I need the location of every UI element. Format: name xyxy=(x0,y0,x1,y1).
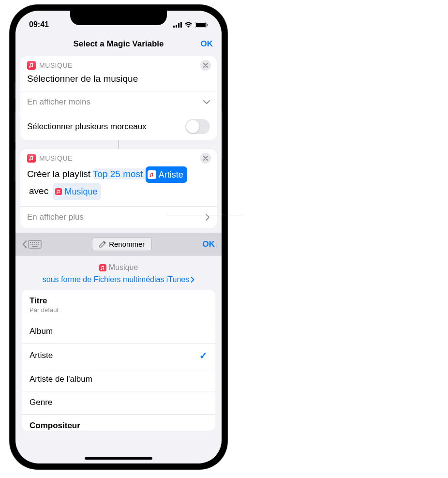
cellular-icon xyxy=(173,22,182,28)
action-prefix: Créer la playlist xyxy=(27,169,90,179)
keyboard-icon xyxy=(28,240,42,249)
nav-title: Select a Magic Variable xyxy=(73,39,164,49)
keyboard-back-button[interactable] xyxy=(22,240,42,249)
option-label: Compositeur xyxy=(30,421,80,431)
nav-ok-button[interactable]: OK xyxy=(201,39,213,49)
close-icon xyxy=(203,63,208,68)
chip-label: Artiste xyxy=(159,167,183,182)
show-less-label: En afficher moins xyxy=(27,97,203,107)
music-icon xyxy=(99,264,106,271)
variable-type-label: sous forme de Fichiers multimédias iTune… xyxy=(43,275,190,284)
svg-rect-18 xyxy=(34,244,35,245)
multi-select-toggle[interactable] xyxy=(185,119,210,134)
home-indicator[interactable] xyxy=(85,457,152,460)
svg-rect-20 xyxy=(38,244,39,245)
svg-rect-14 xyxy=(36,242,37,243)
variable-info: Musique sous forme de Fichiers multimédi… xyxy=(20,255,217,290)
svg-rect-6 xyxy=(207,24,208,26)
phone-frame: 09:41 Select a Magic Variable OK MUSIQUE xyxy=(10,5,227,469)
svg-rect-22 xyxy=(99,264,106,271)
music-icon xyxy=(148,170,156,179)
svg-rect-5 xyxy=(196,23,206,27)
property-options-list: Titre Par défaut Album Artiste ✓ Artiste… xyxy=(22,290,215,431)
check-icon: ✓ xyxy=(199,350,208,361)
svg-rect-13 xyxy=(34,242,35,243)
multi-select-label: Sélectionner plusieurs morceaux xyxy=(27,122,185,132)
multi-select-row: Sélectionner plusieurs morceaux xyxy=(20,113,217,140)
variable-name: Musique xyxy=(109,263,138,272)
var-label: Musique xyxy=(64,184,97,199)
svg-rect-2 xyxy=(178,23,179,28)
svg-rect-19 xyxy=(36,244,37,245)
music-icon xyxy=(55,188,62,195)
card-app-label: MUSIQUE xyxy=(39,154,73,162)
option-label: Artiste de l'album xyxy=(30,374,92,384)
close-icon xyxy=(203,156,208,161)
svg-rect-7 xyxy=(27,61,36,70)
option-artiste-album[interactable]: Artiste de l'album xyxy=(22,368,215,391)
svg-rect-12 xyxy=(32,242,33,243)
svg-rect-11 xyxy=(30,242,31,243)
action-title: Sélectionner de la musique xyxy=(20,72,217,91)
pencil-icon xyxy=(99,241,106,248)
option-artiste[interactable]: Artiste ✓ xyxy=(22,344,215,368)
close-button[interactable] xyxy=(200,60,211,71)
close-button[interactable] xyxy=(200,153,211,164)
chevron-left-icon xyxy=(22,240,27,249)
music-icon xyxy=(27,61,36,70)
svg-rect-8 xyxy=(27,154,36,163)
variable-toolbar: Renommer OK xyxy=(15,233,222,255)
svg-rect-17 xyxy=(32,244,33,245)
action-card-select-music: MUSIQUE Sélectionner de la musique En af… xyxy=(20,56,217,140)
svg-rect-15 xyxy=(38,242,39,243)
toolbar-ok-button[interactable]: OK xyxy=(203,239,215,249)
show-less-row[interactable]: En afficher moins xyxy=(20,91,217,113)
connector-line xyxy=(118,140,119,149)
status-time: 09:41 xyxy=(29,20,49,29)
phone-screen: 09:41 Select a Magic Variable OK MUSIQUE xyxy=(15,11,222,463)
with-word: avec xyxy=(27,186,50,196)
option-label: Titre xyxy=(30,296,59,306)
rename-button[interactable]: Renommer xyxy=(92,237,152,251)
nav-bar: Select a Magic Variable OK xyxy=(15,32,222,56)
playlist-name-token[interactable]: Top 25 most xyxy=(93,169,143,179)
music-variable-token[interactable]: Musique xyxy=(53,183,101,200)
action-card-create-playlist: MUSIQUE Créer la playlist Top 25 most Ar… xyxy=(20,149,217,228)
callout-line xyxy=(167,215,242,215)
option-label: Artiste xyxy=(30,351,53,360)
artist-chip[interactable]: Artiste xyxy=(146,166,187,183)
svg-rect-21 xyxy=(32,246,38,247)
svg-rect-3 xyxy=(180,22,182,28)
option-label: Album xyxy=(30,327,53,336)
option-album[interactable]: Album xyxy=(22,320,215,344)
music-icon xyxy=(27,154,36,163)
chevron-down-icon xyxy=(203,100,210,105)
option-label: Genre xyxy=(30,398,52,407)
option-titre[interactable]: Titre Par défaut xyxy=(22,290,215,320)
wifi-icon xyxy=(184,22,193,28)
option-compositeur[interactable]: Compositeur xyxy=(22,415,215,431)
card-app-label: MUSIQUE xyxy=(39,61,73,69)
svg-rect-0 xyxy=(173,26,175,28)
svg-rect-9 xyxy=(55,188,62,195)
svg-rect-1 xyxy=(176,25,177,28)
option-sublabel: Par défaut xyxy=(30,306,59,314)
battery-icon xyxy=(195,22,208,28)
show-more-label: En afficher plus xyxy=(27,212,206,222)
svg-rect-16 xyxy=(30,244,31,245)
option-genre[interactable]: Genre xyxy=(22,391,215,415)
show-more-row[interactable]: En afficher plus xyxy=(20,206,217,228)
action-body: Créer la playlist Top 25 most Artiste av… xyxy=(20,164,217,206)
chevron-right-icon xyxy=(191,277,194,283)
notch xyxy=(70,11,167,25)
rename-label: Renommer xyxy=(109,240,145,248)
variable-type-button[interactable]: sous forme de Fichiers multimédias iTune… xyxy=(43,275,195,284)
